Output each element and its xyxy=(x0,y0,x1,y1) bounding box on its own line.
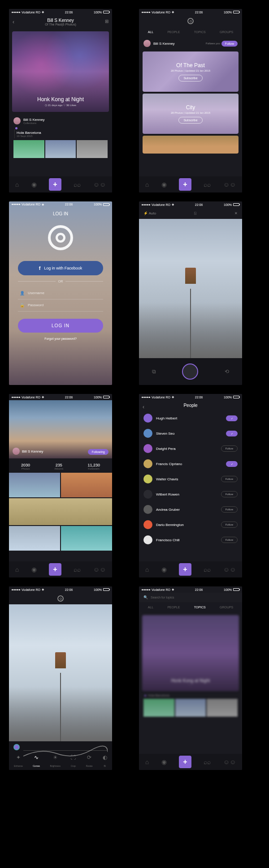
tab-all[interactable]: ALL xyxy=(148,606,153,609)
stat-albums[interactable]: 235Albums xyxy=(54,463,63,470)
profile-name[interactable]: Bill S Kenney xyxy=(22,449,43,453)
people-icon[interactable]: ☺☺ xyxy=(93,566,106,573)
logo-icon[interactable] xyxy=(57,595,64,602)
avatar[interactable] xyxy=(13,448,20,455)
people-icon[interactable]: ☺☺ xyxy=(223,181,236,188)
following-button[interactable]: Following xyxy=(88,449,108,455)
add-button[interactable]: + xyxy=(179,756,191,768)
grid-photo[interactable] xyxy=(9,526,60,551)
search-bar[interactable]: 🔍 Search for topics xyxy=(139,593,242,602)
tab-topics[interactable]: TOPICS xyxy=(194,30,206,34)
collection-card[interactable] xyxy=(143,136,239,154)
following-check[interactable]: ✓ xyxy=(226,431,238,436)
stat-followers[interactable]: 11,230Followers xyxy=(87,463,100,470)
thumb[interactable] xyxy=(45,140,76,158)
home-icon[interactable]: ⌂ xyxy=(15,181,19,188)
eye-icon[interactable]: ◉ xyxy=(161,566,167,573)
binoculars-icon[interactable]: ⌕⌕ xyxy=(204,181,211,188)
binoculars-icon[interactable]: ⌕⌕ xyxy=(74,181,81,188)
grid-photo[interactable] xyxy=(61,473,112,497)
feed-user-row[interactable]: Bill S Kenney Collections xyxy=(9,115,112,127)
forgot-password-link[interactable]: Forgot your password? xyxy=(44,337,77,340)
person-row[interactable]: Steven Seo✓ xyxy=(139,426,242,441)
username[interactable]: Bill S Kenney xyxy=(153,42,175,46)
person-row[interactable]: Hugh Helbert✓ xyxy=(139,410,242,426)
grid-photo[interactable] xyxy=(61,526,112,551)
tab-groups[interactable]: GROUPS xyxy=(220,606,233,609)
person-row[interactable]: Francisco ChillFollow xyxy=(139,532,242,547)
people-icon[interactable]: ☺☺ xyxy=(223,758,236,765)
following-check[interactable]: ✓ xyxy=(226,461,238,467)
viewfinder[interactable] xyxy=(139,219,242,358)
editor-canvas[interactable] xyxy=(9,604,112,741)
home-icon[interactable]: ⌂ xyxy=(145,181,149,188)
thumbnail-row[interactable] xyxy=(9,140,112,158)
collection-card[interactable]: Of The Past 28 Photos | Updated 21 Ian 2… xyxy=(143,51,239,92)
avatar[interactable] xyxy=(143,40,151,47)
facebook-login-button[interactable]: f Log in with Facebook xyxy=(18,261,103,275)
password-input[interactable]: 🔒 Password xyxy=(18,299,103,312)
subscribe-button[interactable]: Subscribe xyxy=(178,75,202,81)
switch-camera-icon[interactable]: ⟲ xyxy=(225,368,229,375)
eye-icon[interactable]: ◉ xyxy=(31,181,37,188)
thumb[interactable] xyxy=(13,140,44,158)
people-list[interactable]: Hugh Helbert✓Steven Seo✓Dwight PeraFollo… xyxy=(139,410,242,561)
eye-icon[interactable]: ◉ xyxy=(31,566,37,573)
back-button[interactable]: ‹ xyxy=(13,19,14,25)
follow-button[interactable]: Follow xyxy=(221,41,238,47)
back-button[interactable]: ‹ xyxy=(143,404,144,410)
follow-button[interactable]: Follow xyxy=(221,491,238,497)
logo-icon[interactable] xyxy=(187,18,194,24)
person-row[interactable]: Francis Cipriano✓ xyxy=(139,456,242,471)
add-button[interactable]: + xyxy=(179,178,191,191)
people-icon[interactable]: ☺☺ xyxy=(93,181,106,188)
follow-button[interactable]: Follow xyxy=(221,445,238,452)
person-row[interactable]: Wilbert RowenFollow xyxy=(139,487,242,502)
eye-icon[interactable]: ◉ xyxy=(161,181,167,188)
follow-button[interactable]: Follow xyxy=(221,522,238,528)
tab-topics[interactable]: TOPICS xyxy=(194,606,206,609)
thumb[interactable] xyxy=(77,140,108,158)
follow-button[interactable]: Follow xyxy=(221,476,238,482)
person-row[interactable]: Dario BenningtonFollow xyxy=(139,517,242,532)
tab-people[interactable]: PEOPLE xyxy=(167,606,180,609)
binoculars-icon[interactable]: ⌕⌕ xyxy=(74,566,81,573)
collection-title[interactable]: Hola Barcelona xyxy=(17,131,41,135)
subscribe-button[interactable]: Subscribe xyxy=(178,117,202,124)
people-icon[interactable]: ☺☺ xyxy=(223,566,236,573)
login-button[interactable]: LOG IN xyxy=(18,319,103,333)
binoculars-icon[interactable]: ⌕⌕ xyxy=(204,758,211,765)
gallery-icon[interactable]: ⧉ xyxy=(152,368,156,375)
grid-photo[interactable] xyxy=(9,498,112,525)
follow-button[interactable]: Follow xyxy=(221,506,238,513)
following-check[interactable]: ✓ xyxy=(226,415,238,421)
tab-groups[interactable]: GROUPS xyxy=(220,30,233,34)
person-row[interactable]: Dwight PeraFollow xyxy=(139,441,242,456)
add-button[interactable]: + xyxy=(49,178,61,191)
binoculars-icon[interactable]: ⌕⌕ xyxy=(204,566,211,573)
home-icon[interactable]: ⌂ xyxy=(15,566,19,573)
person-row[interactable]: Andrea GruberFollow xyxy=(139,502,242,517)
curve-graph[interactable] xyxy=(23,744,108,751)
volume-icon[interactable]: ⊞ xyxy=(105,19,108,24)
camera-icon[interactable]: ⍂ xyxy=(194,211,196,215)
color-blob-icon[interactable] xyxy=(13,744,20,750)
follow-button[interactable]: Follow xyxy=(221,537,238,543)
flash-toggle[interactable]: ⚡ Auto xyxy=(143,211,156,215)
person-row[interactable]: Walter ChavisFollow xyxy=(139,471,242,487)
tab-all[interactable]: ALL xyxy=(148,30,153,34)
stat-photos[interactable]: 2030Photos xyxy=(21,463,30,470)
home-icon[interactable]: ⌂ xyxy=(145,566,149,573)
close-button[interactable]: ✕ xyxy=(234,211,238,215)
add-button[interactable]: + xyxy=(179,563,191,576)
home-icon[interactable]: ⌂ xyxy=(145,758,149,765)
username-input[interactable]: 👤 Username xyxy=(18,287,103,299)
grid-photo[interactable] xyxy=(9,473,60,497)
tab-people[interactable]: PEOPLE xyxy=(167,30,180,34)
tool-enhance[interactable]: ✦Enhance xyxy=(14,754,23,769)
hero-card[interactable]: Honk Kong at Night ◷ 21 days ago ♡ 36 Li… xyxy=(12,31,109,112)
collection-card[interactable]: City 28 Photos | Updated 21 Ian 2015 Sub… xyxy=(143,94,239,134)
eye-icon[interactable]: ◉ xyxy=(161,758,167,765)
add-button[interactable]: + xyxy=(49,563,61,576)
shutter-button[interactable] xyxy=(182,363,198,380)
